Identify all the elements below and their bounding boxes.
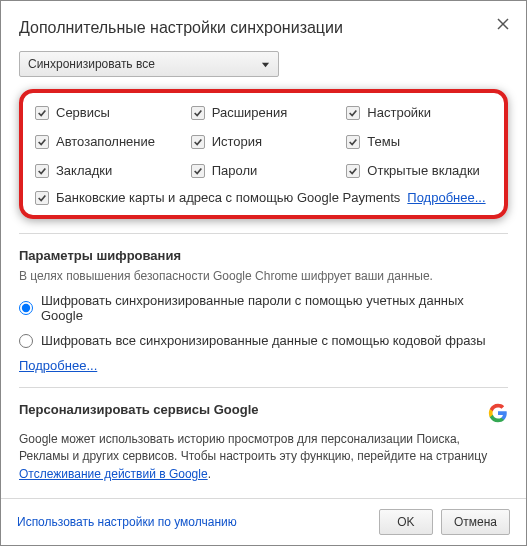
sync-options-panel: СервисыРасширенияНастройкиАвтозаполнение… [19, 89, 508, 219]
chevron-down-icon [261, 60, 270, 69]
sync-item[interactable]: Сервисы [35, 105, 181, 120]
personalize-body: Google может использовать историю просмо… [19, 431, 508, 483]
close-icon [497, 18, 509, 30]
checkbox[interactable] [191, 106, 205, 120]
dropdown-value: Синхронизировать все [28, 57, 155, 71]
checkbox[interactable] [346, 164, 360, 178]
encrypt-all-option[interactable]: Шифровать все синхронизированные данные … [19, 333, 508, 348]
personalize-title: Персонализировать сервисы Google [19, 402, 258, 417]
sync-item-label: Расширения [212, 105, 288, 120]
google-logo-icon [488, 403, 508, 423]
divider [19, 387, 508, 388]
sync-item[interactable]: Расширения [191, 105, 337, 120]
checkbox[interactable] [346, 135, 360, 149]
dialog-footer: Использовать настройки по умолчанию OK О… [1, 498, 526, 545]
sync-item[interactable]: Настройки [346, 105, 492, 120]
divider [19, 233, 508, 234]
sync-item[interactable]: Темы [346, 134, 492, 149]
activity-tracking-link[interactable]: Отслеживание действий в Google [19, 467, 208, 481]
encryption-title: Параметры шифрования [19, 248, 508, 263]
encrypt-passwords-option[interactable]: Шифровать синхронизированные пароли с по… [19, 293, 508, 323]
payments-label: Банковские карты и адреса с помощью Goog… [56, 190, 400, 205]
checkbox[interactable] [346, 106, 360, 120]
checkbox[interactable] [35, 135, 49, 149]
sync-item-label: История [212, 134, 262, 149]
sync-item-label: Автозаполнение [56, 134, 155, 149]
radio-encrypt-all[interactable] [19, 334, 33, 348]
sync-item-label: Темы [367, 134, 400, 149]
encryption-more-link[interactable]: Подробнее... [19, 358, 97, 373]
sync-item[interactable]: История [191, 134, 337, 149]
sync-item[interactable]: Открытые вкладки [346, 163, 492, 178]
sync-item-label: Настройки [367, 105, 431, 120]
encryption-desc: В целях повышения безопасности Google Ch… [19, 269, 508, 283]
cancel-button[interactable]: Отмена [441, 509, 510, 535]
svg-marker-2 [262, 62, 269, 66]
sync-item[interactable]: Закладки [35, 163, 181, 178]
dialog-title: Дополнительные настройки синхронизации [19, 19, 508, 37]
checkbox[interactable] [35, 191, 49, 205]
use-defaults-link[interactable]: Использовать настройки по умолчанию [17, 515, 237, 529]
radio-label: Шифровать все синхронизированные данные … [41, 333, 486, 348]
close-button[interactable] [494, 15, 512, 33]
personalize-text: Google может использовать историю просмо… [19, 432, 487, 463]
sync-item-label: Открытые вкладки [367, 163, 480, 178]
sync-item[interactable]: Пароли [191, 163, 337, 178]
checkbox[interactable] [35, 106, 49, 120]
sync-item-label: Пароли [212, 163, 258, 178]
radio-encrypt-passwords[interactable] [19, 301, 33, 315]
sync-item-label: Закладки [56, 163, 112, 178]
payments-more-link[interactable]: Подробнее... [407, 190, 485, 205]
sync-mode-dropdown[interactable]: Синхронизировать все [19, 51, 279, 77]
checkbox[interactable] [35, 164, 49, 178]
sync-item[interactable]: Автозаполнение [35, 134, 181, 149]
radio-label: Шифровать синхронизированные пароли с по… [41, 293, 508, 323]
sync-item-label: Сервисы [56, 105, 110, 120]
checkbox[interactable] [191, 164, 205, 178]
checkbox[interactable] [191, 135, 205, 149]
ok-button[interactable]: OK [379, 509, 433, 535]
